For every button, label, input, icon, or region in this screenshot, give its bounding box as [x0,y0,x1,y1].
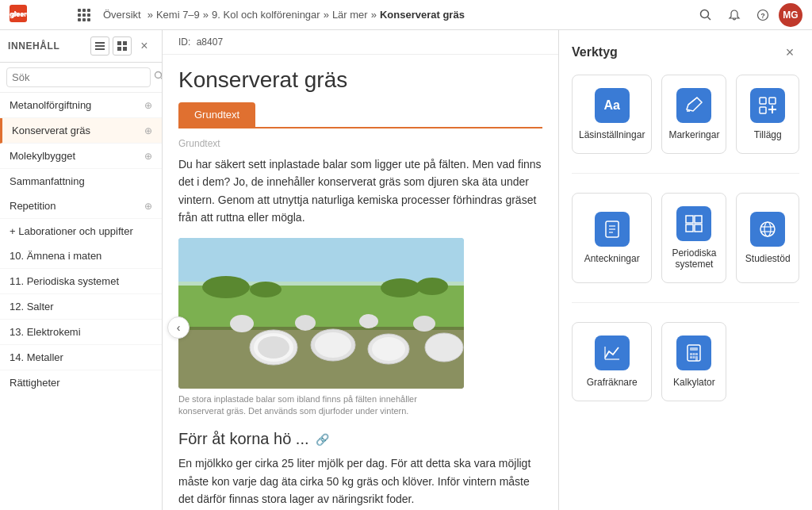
breadcrumb-kemi[interactable]: Kemi 7–9 [156,9,200,21]
sidebar-item-11[interactable]: 11. Periodiska systemet [0,269,162,294]
studiestod-icon [750,212,785,247]
sidebar-item-molekyl[interactable]: Molekylbygget ⊕ [0,144,162,169]
verktyg-item-kalkylator[interactable]: Kalkylator [661,322,726,401]
breadcrumb-kol[interactable]: 9. Kol och kolföreningar [212,9,320,21]
image-prev-button[interactable]: ‹ [167,316,190,339]
top-nav-icons: ? MG [693,2,802,28]
notification-icon [728,9,741,21]
verktyg-item-lasinstallningar[interactable]: Aa Läsinställningar [572,75,652,154]
svg-point-37 [413,316,435,332]
breadcrumb-sep-2: » [324,9,329,21]
breadcrumb-current: Konserverat gräs [380,9,465,21]
verktyg-grid: Aa Läsinställningar Markeringar [572,75,799,401]
svg-point-34 [230,315,254,332]
lasinstallningar-icon: Aa [595,88,630,123]
svg-rect-10 [95,48,105,50]
avatar[interactable]: MG [779,3,802,27]
main-layout: INNEHÅLL × [0,30,812,510]
search-input[interactable] [6,67,151,87]
svg-rect-64 [690,356,692,359]
grid-menu-button[interactable] [71,2,97,28]
svg-rect-63 [695,353,698,355]
sidebar-section-rattigheter[interactable]: Rättigheter [0,370,162,395]
verktyg-item-studiestod[interactable]: Studiestöd [736,193,799,283]
content-body: Konserverat gräs Grundtext Grundtext Du … [163,55,558,510]
top-nav: gleer gleer gleerups Översikt » Kemi 7–9… [0,0,812,30]
svg-rect-49 [686,216,693,223]
breadcrumb-lar-mer[interactable]: Lär mer [332,9,368,21]
help-icon: ? [756,9,769,21]
verktyg-panel: Verktyg × Aa Läsinställningar [558,30,812,510]
verktyg-item-label: Anteckningar [584,253,640,264]
logo[interactable]: gleer gleer gleerups [10,5,62,25]
verktyg-title: Verktyg [572,45,618,59]
sidebar-section-sammanfattning[interactable]: Sammanfattning [0,169,162,194]
periodiska-icon [676,206,711,241]
sidebar-close-button[interactable]: × [135,36,154,56]
svg-line-5 [708,17,711,20]
sidebar-numbered-label: 11. Periodiska systemet [10,275,119,287]
svg-point-35 [295,315,316,331]
tab-grundtext[interactable]: Grundtext [178,102,255,127]
breadcrumb: » Kemi 7–9 » 9. Kol och kolföreningar » … [147,9,687,21]
calculator-icon [684,343,703,362]
svg-rect-12 [123,41,127,45]
notification-button[interactable] [722,2,747,28]
search-button[interactable] [693,2,718,28]
svg-rect-11 [117,41,121,45]
grid-view-button[interactable] [113,36,132,56]
sidebar-item-metanol[interactable]: Metanolförgiftning ⊕ [0,93,162,118]
sidebar-item-label: Metanolförgiftning [10,99,144,111]
verktyg-item-label: Markeringar [668,129,719,140]
verktyg-item-label: Periodiska systemet [668,247,719,270]
help-button[interactable]: ? [750,2,776,28]
breadcrumb-sep-3: » [371,9,377,21]
sidebar-item-12[interactable]: 12. Salter [0,294,162,320]
svg-rect-50 [695,216,702,223]
verktyg-item-tillagg[interactable]: Tillägg [736,75,799,154]
svg-rect-51 [686,224,693,232]
svg-rect-52 [695,224,702,232]
list-view-button[interactable] [90,36,109,56]
svg-rect-61 [690,353,692,355]
chart-icon [603,343,622,362]
svg-rect-60 [690,347,698,351]
sidebar-search [0,63,162,93]
verktyg-item-label: Tillägg [754,129,782,140]
svg-rect-9 [95,45,105,47]
content-tabs: Grundtext [178,102,542,128]
anteckningar-icon [595,212,630,247]
link-icon[interactable]: 🔗 [316,433,329,446]
tillagg-icon [750,88,785,123]
content-id-label: ID: [178,36,190,48]
verktyg-item-anteckningar[interactable]: Anteckningar [572,193,652,283]
content-id-value: a8407 [197,36,223,48]
content-subtitle: Grundtext [178,138,542,149]
sidebar-header-icons: × [90,36,154,56]
svg-point-53 [760,222,775,236]
svg-rect-41 [769,98,776,104]
svg-point-33 [425,333,463,362]
sidebar-item-expand-icon: ⊕ [144,125,152,136]
verktyg-item-label: Kalkylator [673,377,715,388]
sidebar-title: INNEHÅLL [8,40,59,52]
verktyg-item-periodiska-systemet[interactable]: Periodiska systemet [661,193,726,283]
svg-rect-65 [693,356,695,359]
sidebar-section-label: Rättigheter [10,377,60,389]
nav-overview-link[interactable]: Översikt [103,9,141,21]
search-icon [699,9,712,21]
sidebar-item-label: Molekylbygget [10,150,144,162]
sidebar-item-konserverat[interactable]: Konserverat gräs ⊕ [0,118,162,144]
sidebar-item-14[interactable]: 14. Metaller [0,345,162,370]
verktyg-item-grafraeknare[interactable]: Grafräknare [572,322,652,401]
svg-rect-66 [695,356,698,361]
sidebar-section-laborationer[interactable]: + Laborationer och uppifter [0,219,162,243]
verktyg-close-button[interactable]: × [780,43,799,62]
sidebar-item-repetition[interactable]: Repetition ⊕ [0,194,162,219]
breadcrumb-sep-0: » [147,9,153,21]
sidebar-item-10[interactable]: 10. Ämnena i maten [0,243,162,269]
sidebar-item-13[interactable]: 13. Elektrokemi [0,320,162,345]
verktyg-item-markeringar[interactable]: Markeringar [661,75,726,154]
svg-point-22 [202,276,250,298]
verktyg-item-label: Läsinställningar [579,129,645,140]
